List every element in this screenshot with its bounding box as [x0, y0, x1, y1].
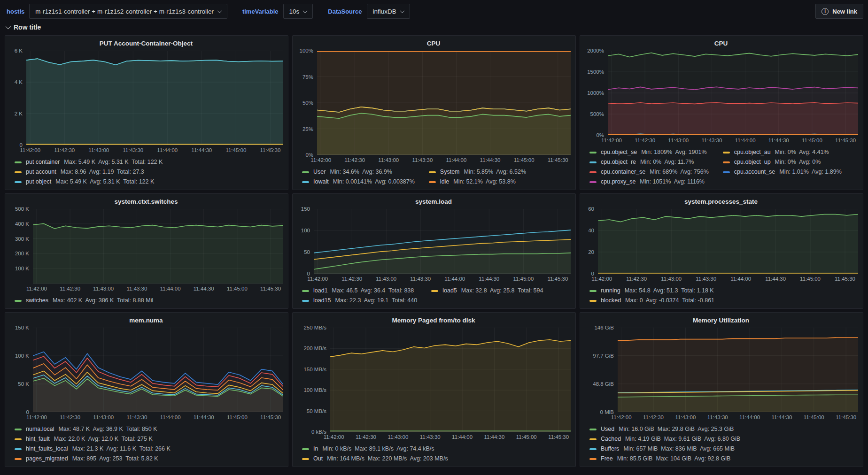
plot-area[interactable] — [608, 51, 858, 135]
variable-value-DataSource-dropdown[interactable]: influxDB — [367, 4, 410, 19]
legend-swatch — [589, 171, 597, 173]
legend-item-hint-faults-local[interactable]: hint_faults_localMax: 21.3 K Avg: 11.6 K… — [15, 444, 170, 453]
legend-item-idle[interactable]: idleMin: 52.1% Avg: 53.8% — [429, 177, 526, 186]
legend-item-load5[interactable]: load5Max: 32.8 Avg: 25.8 Total: 594 — [431, 286, 543, 295]
panel-title[interactable]: mem.numa — [9, 316, 283, 328]
legend-item-hint-fault[interactable]: hint_faultMax: 22.0 K Avg: 12.0 K Total:… — [15, 435, 170, 444]
new-link-button[interactable]: New link — [815, 4, 863, 19]
y-axis-tick: 100 — [301, 228, 310, 233]
legend-item-system[interactable]: SystemMin: 5.85% Avg: 6.52% — [429, 168, 526, 176]
legend-item-cpu-object-up[interactable]: cpu.object_upMin: 0% Avg: 0% — [723, 158, 842, 167]
panel-title[interactable]: system.ctxt.switches — [9, 197, 283, 209]
plot-area[interactable] — [330, 328, 571, 432]
x-axis-tick: 11:45:00 — [225, 147, 246, 153]
plot-area[interactable] — [317, 51, 571, 155]
plot-area[interactable] — [33, 328, 283, 412]
y-axis-tick: 500% — [590, 111, 604, 117]
legend: put containerMax: 5.49 K Avg: 5.31 K Tot… — [9, 156, 283, 186]
legend-item-put-object[interactable]: put objectMax: 5.49 K Avg: 5.31 K Total:… — [15, 177, 163, 186]
legend-item-cpu-object-se[interactable]: cpu.object_seMin: 1809% Avg: 1901% — [589, 148, 709, 157]
x-axis-tick: 11:43:00 — [661, 276, 682, 282]
legend-series-stats: Min: 0% Avg: 0% — [775, 158, 821, 167]
legend-series-stats: Min: 1809% Avg: 1901% — [641, 148, 706, 157]
legend-item-cpu-container-se[interactable]: cpu.container_seMin: 689% Avg: 756% — [589, 168, 709, 176]
panel-title[interactable]: system.processes_state — [584, 197, 858, 209]
chevron-down-icon — [400, 8, 404, 13]
legend-item-cpu-object-re[interactable]: cpu.object_reMin: 0% Avg: 11.7% — [589, 158, 709, 167]
y-axis-tick: 100% — [300, 48, 313, 54]
legend-swatch — [723, 161, 730, 163]
legend-item-cpu-proxy-se[interactable]: cpu.proxy_seMin: 1051% Avg: 1116% — [589, 177, 709, 186]
legend-item-cached[interactable]: CachedMin: 4.19 GiB Max: 9.61 GiB Avg: 6… — [589, 435, 740, 444]
x-axis-tick: 11:45:30 — [835, 276, 855, 282]
chart-area: 500 K400 K300 K200 K100 K — [9, 209, 283, 283]
legend-swatch — [589, 152, 597, 153]
legend: UsedMin: 16.0 GiB Max: 29.8 GiB Avg: 25.… — [584, 423, 858, 463]
x-axis: 11:42:0011:42:3011:43:0011:43:3011:44:00… — [296, 156, 571, 166]
plot-area[interactable] — [618, 328, 858, 412]
legend-item-load15[interactable]: load15Max: 22.3 Avg: 19.1 Total: 440 — [302, 296, 417, 305]
legend-item-numa-local[interactable]: numa.localMax: 48.7 K Avg: 36.9 K Total:… — [15, 425, 170, 434]
x-axis-tick: 11:43:00 — [668, 138, 689, 143]
panel-title[interactable]: CPU — [296, 39, 571, 51]
legend-series-name: switches — [26, 296, 48, 305]
legend-item-load1[interactable]: load1Max: 46.5 Avg: 36.4 Total: 838 — [302, 286, 417, 295]
panel-title[interactable]: Memory Paged from/to disk — [296, 316, 571, 328]
legend-item-user[interactable]: UserMin: 34.6% Avg: 36.9% — [302, 168, 415, 176]
legend-item-used[interactable]: UsedMin: 16.0 GiB Max: 29.8 GiB Avg: 25.… — [589, 425, 740, 434]
x-axis-tick: 11:44:00 — [730, 276, 751, 282]
variable-value-hostIs-dropdown[interactable]: m-r1z1s1-controller + m-r1z1s2-controlle… — [29, 4, 227, 19]
legend-item-put-container[interactable]: put containerMax: 5.49 K Avg: 5.31 K Tot… — [15, 158, 163, 167]
x-axis: 11:42:0011:42:3011:43:0011:43:3011:44:00… — [9, 285, 283, 295]
panel-title[interactable]: system.load — [296, 197, 571, 209]
y-axis: 2000%1500%1000%500%0% — [584, 51, 608, 135]
x-axis-tick: 11:45:00 — [227, 286, 248, 291]
y-axis-tick: 6 K — [15, 48, 23, 54]
panel-system-load-5: system.load15010050011:42:0011:42:3011:4… — [292, 193, 576, 309]
legend-item-pages-migrated[interactable]: pages_migratedMax: 895 Avg: 253 Total: 5… — [15, 454, 170, 463]
plot-area[interactable] — [314, 209, 571, 274]
panel-title[interactable]: PUT Account-Container-Object — [9, 39, 283, 51]
row-title-toggle[interactable]: Row title — [0, 22, 868, 35]
plot-area[interactable] — [26, 51, 283, 145]
legend-item-blocked[interactable]: blockedMax: 0 Avg: -0.0374 Total: -0.861 — [589, 296, 714, 305]
legend-series-stats: Min: 5.85% Avg: 6.52% — [464, 168, 527, 176]
panel-title[interactable]: CPU — [584, 39, 858, 51]
y-axis-tick: 50 MB/s — [307, 408, 326, 414]
legend-series-stats: Max: 5.49 K Avg: 5.31 K Total: 122 K — [64, 158, 163, 167]
panel-system-processes-state-6: system.processes_state604020011:42:0011:… — [580, 193, 863, 309]
x-axis-tick: 11:43:30 — [420, 434, 441, 440]
legend-item-out[interactable]: OutMin: 164 MB/s Max: 220 MB/s Avg: 203 … — [302, 454, 448, 463]
legend-item-put-account[interactable]: put accountMax: 8.96 Avg: 1.19 Total: 27… — [15, 168, 163, 176]
x-axis-tick: 11:45:30 — [836, 414, 856, 420]
legend-item-cpu-object-au[interactable]: cpu.object_auMin: 0% Avg: 4.41% — [723, 148, 842, 157]
legend-item-running[interactable]: runningMax: 54.8 Avg: 51.3 Total: 1.18 K — [589, 286, 714, 295]
panel-title[interactable]: Memory Utilization — [584, 316, 858, 328]
legend-item-buffers[interactable]: BuffersMin: 657 MiB Max: 836 MiB Avg: 66… — [589, 444, 740, 453]
new-link-label: New link — [832, 8, 857, 15]
x-axis-area: 11:42:0011:42:3011:43:0011:43:3011:44:00… — [314, 275, 571, 285]
series-fill-running — [598, 214, 858, 274]
plot-area[interactable] — [33, 209, 283, 283]
variable-value-timeVariable-dropdown[interactable]: 10s — [283, 4, 313, 19]
info-circle-icon — [822, 8, 829, 15]
legend-item-iowait[interactable]: IowaitMin: 0.00141% Avg: 0.00387% — [302, 177, 415, 186]
chart-svg — [33, 328, 283, 412]
variable-timeVariable: timeVariable 10s — [240, 4, 313, 19]
panel-system-ctxt-switches-4: system.ctxt.switches500 K400 K300 K200 K… — [5, 193, 288, 309]
legend-series-name: running — [601, 286, 620, 295]
legend-swatch — [15, 181, 22, 183]
chart-area: 146 GiB97.7 GiB48.8 GiB0 MiB — [584, 328, 858, 412]
variable-value-text: influxDB — [373, 8, 396, 15]
x-axis-tick: 11:45:00 — [800, 276, 821, 282]
legend-item-switches[interactable]: switchesMax: 402 K Avg: 386 K Total: 8.8… — [15, 296, 153, 305]
legend-swatch — [302, 171, 309, 173]
y-axis: 146 GiB97.7 GiB48.8 GiB0 MiB — [584, 328, 618, 412]
legend-item-free[interactable]: FreeMin: 85.5 GiB Max: 104 GiB Avg: 92.8… — [589, 454, 740, 463]
legend-series-stats: Min: 0% Avg: 4.41% — [775, 148, 829, 157]
legend-item-in[interactable]: InMin: 0 kB/s Max: 89.1 kB/s Avg: 74.4 k… — [302, 444, 448, 453]
plot-area[interactable] — [598, 209, 858, 274]
x-axis-area: 11:42:0011:42:3011:43:0011:43:3011:44:00… — [33, 285, 283, 295]
y-axis: 150100500 — [296, 209, 314, 274]
legend-item-cpu-account-se[interactable]: cpu.account_seMin: 1.01% Avg: 1.89% — [723, 168, 842, 176]
